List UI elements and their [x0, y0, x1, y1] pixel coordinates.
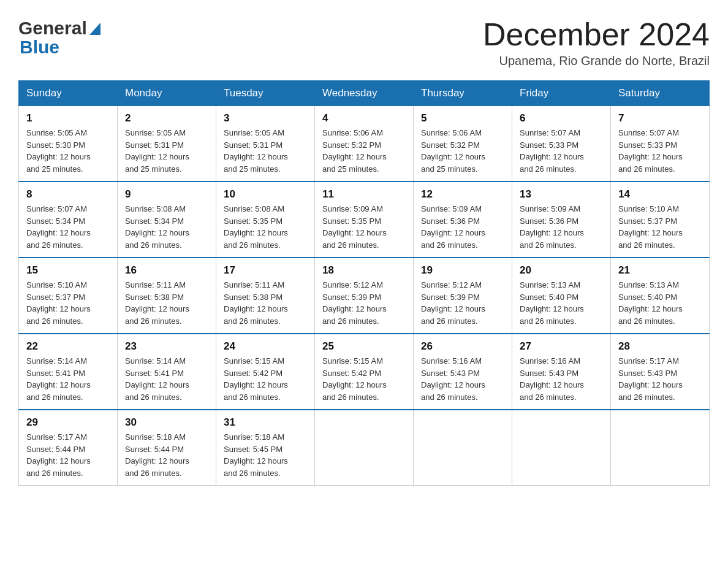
day-info: Sunrise: 5:06 AMSunset: 5:32 PMDaylight:… — [322, 127, 406, 175]
calendar-cell: 9 Sunrise: 5:08 AMSunset: 5:34 PMDayligh… — [118, 182, 216, 258]
calendar-cell: 15 Sunrise: 5:10 AMSunset: 5:37 PMDaylig… — [19, 258, 118, 334]
calendar-cell: 3 Sunrise: 5:05 AMSunset: 5:31 PMDayligh… — [216, 106, 315, 182]
day-number: 20 — [520, 264, 603, 277]
day-info: Sunrise: 5:15 AMSunset: 5:42 PMDaylight:… — [224, 355, 307, 403]
calendar-cell: 28 Sunrise: 5:17 AMSunset: 5:43 PMDaylig… — [611, 334, 710, 410]
week-row-1: 1 Sunrise: 5:05 AMSunset: 5:30 PMDayligh… — [19, 106, 710, 182]
day-info: Sunrise: 5:17 AMSunset: 5:43 PMDaylight:… — [618, 355, 702, 403]
calendar-cell: 25 Sunrise: 5:15 AMSunset: 5:42 PMDaylig… — [315, 334, 414, 410]
day-number: 17 — [224, 264, 307, 277]
day-info: Sunrise: 5:10 AMSunset: 5:37 PMDaylight:… — [26, 279, 110, 327]
day-number: 16 — [125, 264, 208, 277]
day-number: 28 — [618, 340, 702, 353]
day-info: Sunrise: 5:16 AMSunset: 5:43 PMDaylight:… — [421, 355, 504, 403]
day-info: Sunrise: 5:08 AMSunset: 5:34 PMDaylight:… — [125, 203, 208, 251]
calendar-cell: 1 Sunrise: 5:05 AMSunset: 5:30 PMDayligh… — [19, 106, 118, 182]
calendar-cell: 6 Sunrise: 5:07 AMSunset: 5:33 PMDayligh… — [512, 106, 611, 182]
day-info: Sunrise: 5:13 AMSunset: 5:40 PMDaylight:… — [520, 279, 603, 327]
day-number: 24 — [224, 340, 307, 353]
calendar-cell: 8 Sunrise: 5:07 AMSunset: 5:34 PMDayligh… — [19, 182, 118, 258]
calendar-cell: 29 Sunrise: 5:17 AMSunset: 5:44 PMDaylig… — [19, 410, 118, 486]
day-number: 3 — [224, 112, 307, 124]
day-number: 7 — [618, 112, 702, 124]
day-number: 23 — [125, 340, 208, 353]
day-number: 31 — [224, 416, 307, 429]
weekday-header-saturday: Saturday — [611, 81, 710, 106]
day-number: 9 — [125, 188, 208, 201]
calendar-cell: 18 Sunrise: 5:12 AMSunset: 5:39 PMDaylig… — [315, 258, 414, 334]
calendar-cell — [315, 410, 414, 486]
day-number: 25 — [322, 340, 406, 353]
day-info: Sunrise: 5:05 AMSunset: 5:31 PMDaylight:… — [125, 127, 208, 175]
calendar-cell: 2 Sunrise: 5:05 AMSunset: 5:31 PMDayligh… — [118, 106, 216, 182]
day-info: Sunrise: 5:17 AMSunset: 5:44 PMDaylight:… — [26, 431, 110, 479]
week-row-2: 8 Sunrise: 5:07 AMSunset: 5:34 PMDayligh… — [19, 182, 710, 258]
day-number: 4 — [322, 112, 406, 124]
day-number: 18 — [322, 264, 406, 277]
calendar-cell: 19 Sunrise: 5:12 AMSunset: 5:39 PMDaylig… — [414, 258, 512, 334]
day-number: 6 — [520, 112, 603, 124]
weekday-header-sunday: Sunday — [19, 81, 118, 106]
weekday-header-wednesday: Wednesday — [315, 81, 414, 106]
day-number: 11 — [322, 188, 406, 201]
calendar-cell: 21 Sunrise: 5:13 AMSunset: 5:40 PMDaylig… — [611, 258, 710, 334]
weekday-header-row: SundayMondayTuesdayWednesdayThursdayFrid… — [19, 81, 710, 106]
logo-blue-text: Blue — [20, 37, 59, 57]
svg-marker-0 — [89, 23, 100, 35]
weekday-header-thursday: Thursday — [414, 81, 512, 106]
day-info: Sunrise: 5:12 AMSunset: 5:39 PMDaylight:… — [322, 279, 406, 327]
day-number: 8 — [26, 188, 110, 201]
day-number: 5 — [421, 112, 504, 124]
week-row-3: 15 Sunrise: 5:10 AMSunset: 5:37 PMDaylig… — [19, 258, 710, 334]
calendar-cell: 31 Sunrise: 5:18 AMSunset: 5:45 PMDaylig… — [216, 410, 315, 486]
logo: General Blue — [18, 18, 100, 56]
week-row-4: 22 Sunrise: 5:14 AMSunset: 5:41 PMDaylig… — [19, 334, 710, 410]
location: Upanema, Rio Grande do Norte, Brazil — [483, 54, 710, 68]
day-info: Sunrise: 5:14 AMSunset: 5:41 PMDaylight:… — [125, 355, 208, 403]
calendar-cell: 23 Sunrise: 5:14 AMSunset: 5:41 PMDaylig… — [118, 334, 216, 410]
day-info: Sunrise: 5:18 AMSunset: 5:45 PMDaylight:… — [224, 431, 307, 479]
day-info: Sunrise: 5:16 AMSunset: 5:43 PMDaylight:… — [520, 355, 603, 403]
calendar-cell: 22 Sunrise: 5:14 AMSunset: 5:41 PMDaylig… — [19, 334, 118, 410]
day-info: Sunrise: 5:09 AMSunset: 5:36 PMDaylight:… — [520, 203, 603, 251]
calendar-cell: 10 Sunrise: 5:08 AMSunset: 5:35 PMDaylig… — [216, 182, 315, 258]
day-info: Sunrise: 5:14 AMSunset: 5:41 PMDaylight:… — [26, 355, 110, 403]
calendar-table: SundayMondayTuesdayWednesdayThursdayFrid… — [18, 80, 710, 486]
logo-general-text: General — [18, 19, 87, 37]
weekday-header-friday: Friday — [512, 81, 611, 106]
calendar-cell: 26 Sunrise: 5:16 AMSunset: 5:43 PMDaylig… — [414, 334, 512, 410]
calendar-cell: 16 Sunrise: 5:11 AMSunset: 5:38 PMDaylig… — [118, 258, 216, 334]
day-info: Sunrise: 5:05 AMSunset: 5:30 PMDaylight:… — [26, 127, 110, 175]
month-title: December 2024 — [483, 18, 710, 50]
day-number: 14 — [618, 188, 702, 201]
day-number: 22 — [26, 340, 110, 353]
calendar-cell: 5 Sunrise: 5:06 AMSunset: 5:32 PMDayligh… — [414, 106, 512, 182]
day-number: 30 — [125, 416, 208, 429]
calendar-cell — [611, 410, 710, 486]
day-info: Sunrise: 5:08 AMSunset: 5:35 PMDaylight:… — [224, 203, 307, 251]
day-info: Sunrise: 5:05 AMSunset: 5:31 PMDaylight:… — [224, 127, 307, 175]
title-section: December 2024 Upanema, Rio Grande do Nor… — [483, 18, 710, 68]
day-info: Sunrise: 5:12 AMSunset: 5:39 PMDaylight:… — [421, 279, 504, 327]
calendar-cell: 24 Sunrise: 5:15 AMSunset: 5:42 PMDaylig… — [216, 334, 315, 410]
day-info: Sunrise: 5:07 AMSunset: 5:33 PMDaylight:… — [520, 127, 603, 175]
day-info: Sunrise: 5:13 AMSunset: 5:40 PMDaylight:… — [618, 279, 702, 327]
week-row-5: 29 Sunrise: 5:17 AMSunset: 5:44 PMDaylig… — [19, 410, 710, 486]
calendar-cell: 12 Sunrise: 5:09 AMSunset: 5:36 PMDaylig… — [414, 182, 512, 258]
day-number: 2 — [125, 112, 208, 124]
day-info: Sunrise: 5:11 AMSunset: 5:38 PMDaylight:… — [224, 279, 307, 327]
day-number: 26 — [421, 340, 504, 353]
calendar-cell: 4 Sunrise: 5:06 AMSunset: 5:32 PMDayligh… — [315, 106, 414, 182]
day-info: Sunrise: 5:09 AMSunset: 5:36 PMDaylight:… — [421, 203, 504, 251]
day-number: 19 — [421, 264, 504, 277]
day-number: 12 — [421, 188, 504, 201]
calendar-cell: 11 Sunrise: 5:09 AMSunset: 5:35 PMDaylig… — [315, 182, 414, 258]
day-info: Sunrise: 5:15 AMSunset: 5:42 PMDaylight:… — [322, 355, 406, 403]
day-number: 21 — [618, 264, 702, 277]
day-info: Sunrise: 5:07 AMSunset: 5:34 PMDaylight:… — [26, 203, 110, 251]
calendar-cell: 17 Sunrise: 5:11 AMSunset: 5:38 PMDaylig… — [216, 258, 315, 334]
logo-triangle-icon — [89, 21, 100, 38]
calendar-cell: 7 Sunrise: 5:07 AMSunset: 5:33 PMDayligh… — [611, 106, 710, 182]
day-info: Sunrise: 5:10 AMSunset: 5:37 PMDaylight:… — [618, 203, 702, 251]
calendar-cell: 14 Sunrise: 5:10 AMSunset: 5:37 PMDaylig… — [611, 182, 710, 258]
